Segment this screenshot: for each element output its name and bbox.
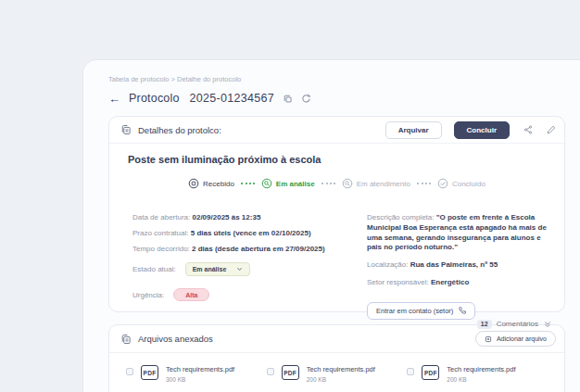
field-estado-atual: Estado atual: Em análise [132,262,367,276]
file-size: 200 KB [447,376,515,383]
protocol-details-card: Detalhes do protolco: Arquivar Concluir … [108,116,565,312]
field-data-abertura: Data de abertura: 02/09/2025 às 12:35 [132,213,367,223]
step-label: Concluído [452,180,485,188]
add-file-button[interactable]: Adicionar arquivo [475,331,556,347]
status-stepper: Recebido Em análise Em atendimento Concl… [109,178,564,189]
files-card-title: Arquivos anexados [138,334,213,344]
file-item[interactable]: PDF Tech requirements.pdf 200 KB [267,364,408,383]
details-right-column: Descrição completa: "O poste em frente à… [367,213,548,320]
back-arrow-icon[interactable]: ← [108,93,120,105]
share-icon[interactable] [523,125,533,134]
step-label: Em atendimento [357,180,410,188]
archive-button[interactable]: Arquivar [385,121,442,139]
file-checkbox[interactable] [267,368,274,375]
page-title-row: ← Protocolo 2025-01234567 [108,92,565,105]
breadcrumb[interactable]: Tabela de protocolo > Detalhe do protoco… [108,75,565,83]
conclude-button[interactable]: Concluir [454,121,510,139]
file-name: Tech requirements.pdf [447,365,515,373]
details-left-column: Data de abertura: 02/09/2025 às 12:35 Pr… [132,213,367,320]
documents-icon [120,124,132,135]
details-card-title: Detalhes do protolco: [138,125,221,135]
estado-select[interactable]: Em análise [185,262,251,276]
documents-icon [120,334,132,345]
step-connector [241,183,255,184]
step-em-atendimento: Em atendimento [342,178,410,189]
contact-sector-button[interactable]: Entrar em contato (setor) [367,302,475,320]
details-card-header: Detalhes do protolco: Arquivar Concluir [109,117,564,144]
file-size: 300 KB [166,376,234,383]
file-checkbox[interactable] [126,368,133,375]
step-recebido: Recebido [188,178,234,189]
attached-files-card: Arquivos anexados Adicionar arquivo PDF … [108,324,565,392]
file-item[interactable]: PDF Tech requirements.pdf 300 KB [126,364,267,383]
step-connector [417,183,431,184]
files-card-header: Arquivos anexados Adicionar arquivo [109,325,564,353]
file-item[interactable]: PDF Tech requirements.pdf 200 KB [407,364,548,383]
file-size: 200 KB [307,376,375,383]
content-panel: Tabela de protocolo > Detalhe do protoco… [83,60,580,392]
page-title: Protocolo [129,92,180,105]
urgency-badge: Alta [173,288,209,301]
field-setor: Setor responsável: Energético [367,278,548,288]
refresh-icon[interactable] [301,94,311,104]
search-icon [342,178,353,189]
file-name: Tech requirements.pdf [307,365,375,373]
record-icon [188,178,199,189]
search-icon [261,178,272,189]
check-icon [437,178,448,189]
file-name: Tech requirements.pdf [166,365,234,373]
pdf-file-icon: PDF [141,365,158,380]
step-label: Recebido [203,180,234,188]
field-localizacao: Localização: Rua das Palmeiras, nº 55 [367,260,548,271]
details-columns: Data de abertura: 02/09/2025 às 12:35 Pr… [109,189,564,320]
copy-icon[interactable] [283,94,293,104]
file-checkbox[interactable] [407,368,414,375]
field-tempo-decorrido: Tempo decorrido: 2 dias (desde abertura … [132,245,367,255]
step-concluido: Concluído [437,178,485,189]
files-row: PDF Tech requirements.pdf 300 KB PDF Tec… [109,353,564,383]
chevron-down-icon [236,266,243,272]
field-urgencia: Urgência: Alta [132,288,367,301]
step-em-analise: Em análise [261,178,315,189]
protocol-subject: Poste sem iluminação próximo à escola [109,144,564,165]
phone-icon [459,307,466,314]
pdf-file-icon: PDF [282,365,299,380]
field-prazo-contratual: Prazo contratual: 5 dias úteis (vence em… [132,229,367,239]
file-plus-icon [485,335,492,343]
edit-pencil-icon[interactable] [547,125,556,134]
protocol-number: 2025-01234567 [190,92,275,105]
step-label: Em análise [276,180,315,188]
step-connector [322,183,335,184]
field-descricao: Descrição completa: "O poste em frente à… [367,213,548,253]
pdf-file-icon: PDF [422,365,439,380]
